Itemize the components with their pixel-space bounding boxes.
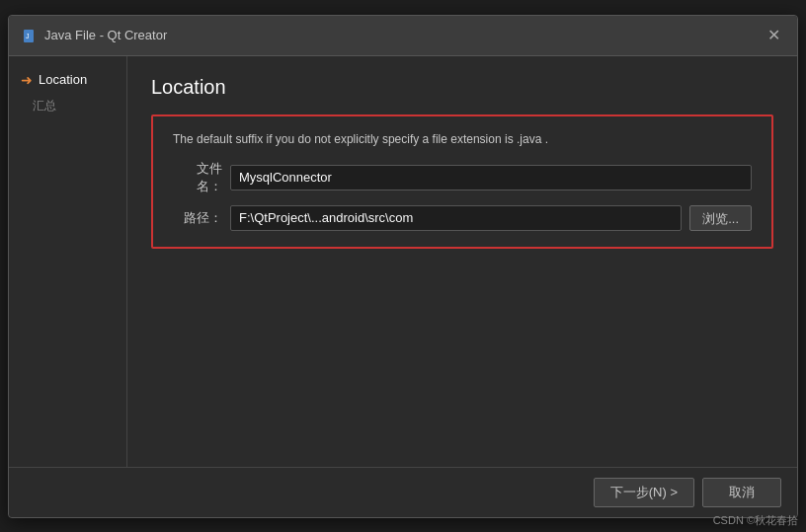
cancel-button[interactable]: 取消 <box>702 478 781 507</box>
content-area: Location The default suffix if you do no… <box>127 56 797 467</box>
path-row: 路径： 浏览... <box>173 205 752 231</box>
sidebar-item-label: Location <box>39 72 87 87</box>
next-button[interactable]: 下一步(N) > <box>594 478 694 507</box>
dialog-body: ➜ Location 汇总 Location The default suffi… <box>9 56 797 467</box>
dialog-window: J Java File - Qt Creator ✕ ➜ Location 汇总… <box>8 15 798 518</box>
java-file-icon: J <box>21 28 37 43</box>
filename-row: 文件名： <box>173 160 752 195</box>
title-bar-left: J Java File - Qt Creator <box>21 28 167 43</box>
dialog-title: Java File - Qt Creator <box>44 28 167 42</box>
dialog-footer: 下一步(N) > 取消 <box>9 467 797 517</box>
path-label: 路径： <box>173 209 222 227</box>
arrow-icon: ➜ <box>21 72 33 88</box>
close-button[interactable]: ✕ <box>762 24 785 47</box>
sidebar-item-summary[interactable]: 汇总 <box>9 94 126 118</box>
browse-button[interactable]: 浏览... <box>689 205 752 231</box>
form-container: The default suffix if you do not explici… <box>151 114 773 249</box>
path-input[interactable] <box>230 205 682 231</box>
title-bar: J Java File - Qt Creator ✕ <box>9 16 797 56</box>
info-text-content: The default suffix if you do not explici… <box>173 132 548 146</box>
sidebar-item-location[interactable]: ➜ Location <box>9 66 126 94</box>
filename-label: 文件名： <box>173 160 222 195</box>
filename-input[interactable] <box>230 165 752 190</box>
content-title: Location <box>151 76 773 99</box>
info-text: The default suffix if you do not explici… <box>173 132 752 146</box>
sidebar: ➜ Location 汇总 <box>9 56 127 467</box>
watermark: CSDN ©秋花春拾 <box>713 513 798 528</box>
svg-text:J: J <box>26 33 30 39</box>
